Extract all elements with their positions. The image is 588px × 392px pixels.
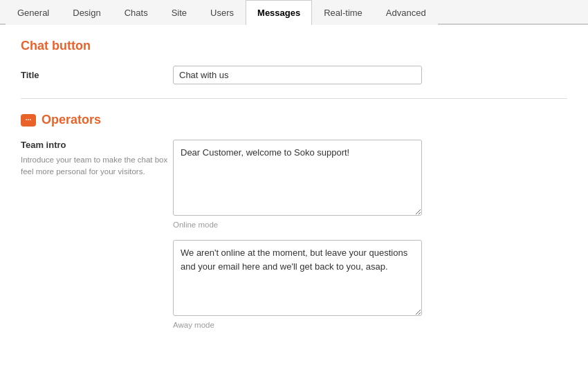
away-textarea-wrapper: We aren't online at the moment, but leav…: [173, 240, 567, 318]
section-divider: [21, 98, 567, 99]
main-content: Chat button Title ··· Operators Team int…: [0, 25, 588, 368]
operators-icon: ···: [21, 114, 36, 127]
operators-heading: ··· Operators: [21, 113, 567, 127]
operators-row: Team intro Introduce your team to make t…: [21, 140, 567, 340]
operators-label-col: Team intro Introduce your team to make t…: [21, 140, 173, 178]
team-intro-label: Team intro: [21, 140, 173, 150]
tab-advanced[interactable]: Advanced: [374, 0, 438, 25]
tab-design[interactable]: Design: [61, 0, 112, 25]
operators-inputs-col: Dear Customer, welcome to Soko support! …: [173, 140, 567, 340]
online-textarea-wrapper: Dear Customer, welcome to Soko support!: [173, 140, 567, 218]
title-row: Title: [21, 66, 567, 84]
tabs-bar: General Design Chats Site Users Messages…: [0, 0, 588, 25]
team-intro-desc: Introduce your team to make the chat box…: [21, 154, 173, 178]
away-mode-textarea[interactable]: We aren't online at the moment, but leav…: [173, 240, 422, 316]
tab-site[interactable]: Site: [160, 0, 199, 25]
operators-heading-text: Operators: [42, 113, 101, 127]
tab-chats[interactable]: Chats: [113, 0, 160, 25]
online-mode-label: Online mode: [173, 221, 567, 229]
online-mode-textarea[interactable]: Dear Customer, welcome to Soko support!: [173, 140, 422, 216]
tab-realtime[interactable]: Real-time: [312, 0, 374, 25]
chat-button-heading: Chat button: [21, 39, 567, 53]
away-mode-label: Away mode: [173, 321, 567, 329]
title-label: Title: [21, 70, 173, 80]
chat-button-heading-text: Chat button: [21, 39, 91, 53]
tab-users[interactable]: Users: [199, 0, 246, 25]
title-input[interactable]: [173, 66, 422, 84]
tab-messages[interactable]: Messages: [246, 0, 312, 25]
tab-general[interactable]: General: [6, 0, 61, 25]
